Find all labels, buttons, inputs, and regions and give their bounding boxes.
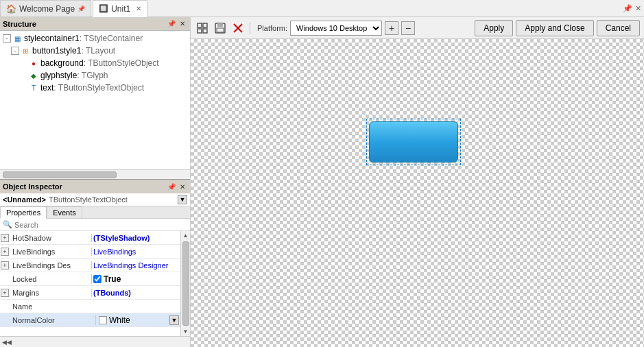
oi-expand-livebindings[interactable]: +: [0, 248, 10, 256]
oi-expand-hotshadow[interactable]: +: [0, 234, 10, 242]
tree-item-background[interactable]: ● background: TButtonStyleObject: [0, 57, 190, 69]
toolbar-remove-platform-btn[interactable]: −: [401, 21, 415, 35]
label-text: text: TButtonStyleTextObject: [40, 83, 144, 93]
oi-key-locked: Locked: [10, 275, 91, 283]
oi-key-livebindingsdes: LiveBindings Des: [10, 261, 91, 270]
oi-expand-margins[interactable]: +: [0, 289, 10, 297]
oi-row-livebindingsdes[interactable]: + LiveBindings Des LiveBindings Designer: [0, 259, 180, 272]
oi-row-normalcolor[interactable]: NormalColor White ▼: [0, 313, 180, 327]
oi-nav-left[interactable]: ◀◀: [0, 339, 14, 346]
toolbar-delete-btn[interactable]: [230, 21, 246, 36]
vscroll-up-arrow[interactable]: ▲: [182, 231, 190, 240]
normalcolor-swatch[interactable]: [99, 316, 107, 324]
toolbar-grid-btn[interactable]: [195, 21, 210, 36]
oi-vscroll[interactable]: ▲ ▼: [180, 231, 190, 336]
main-area: Structure 📌 ✕ - ▦ stylecontainer1: TStyl…: [0, 17, 644, 347]
oi-selector-dropdown[interactable]: ▼: [178, 195, 187, 204]
apply-button[interactable]: Apply: [475, 20, 513, 36]
unit1-tab-icon: 🔲: [99, 4, 108, 13]
oi-search-input[interactable]: [14, 221, 187, 229]
label-stylecontainer1: stylecontainer1: TStyleContainer: [24, 34, 143, 43]
structure-pin-btn[interactable]: 📌: [167, 19, 176, 29]
label-glyphstyle: glyphstyle: TGlyph: [40, 71, 108, 80]
tab-bar: 🏠 Welcome Page 📌 🔲 Unit1 ✕ 📌 ✕: [0, 0, 644, 17]
oi-row-locked: Locked True: [0, 272, 180, 286]
tree-item-glyphstyle[interactable]: ◆ glyphstyle: TGlyph: [0, 69, 190, 82]
oi-pin-btn[interactable]: 📌: [167, 182, 176, 191]
oi-close-btn[interactable]: ✕: [178, 182, 187, 191]
oi-row-name: Name: [0, 300, 180, 313]
tab-welcome[interactable]: 🏠 Welcome Page 📌: [0, 0, 91, 16]
oi-row-hotshadow[interactable]: + HotShadow (TStyleShadow): [0, 231, 180, 245]
oi-tabs: Properties Events: [0, 206, 190, 219]
oi-tab-properties[interactable]: Properties: [0, 206, 47, 219]
oi-row-margins[interactable]: + Margins (TBounds): [0, 286, 180, 300]
window-close-icon[interactable]: ✕: [635, 4, 641, 13]
vscroll-down-arrow[interactable]: ▼: [182, 327, 190, 336]
expander-button1style1[interactable]: -: [11, 47, 19, 55]
icon-button1style1: ⊞: [20, 45, 31, 56]
svg-rect-0: [198, 23, 202, 27]
label-button1style1: button1style1: TLayout: [32, 46, 115, 56]
apply-close-button[interactable]: Apply and Close: [516, 20, 593, 36]
button-preview[interactable]: [369, 121, 458, 163]
oi-val-locked: True: [91, 274, 180, 284]
normalcolor-dropdown-btn[interactable]: ▼: [169, 315, 179, 325]
oi-selected-type: TButtonStyleTextObject: [49, 195, 128, 204]
structure-hscroll[interactable]: [0, 169, 190, 179]
oi-row-livebindings[interactable]: + LiveBindings LiveBindings: [0, 245, 180, 259]
cancel-button[interactable]: Cancel: [597, 20, 640, 36]
icon-stylecontainer1: ▦: [12, 33, 23, 44]
oi-key-hotshadow: HotShadow: [10, 234, 91, 242]
platform-select[interactable]: Windows 10 Desktop macOS iOS Android: [290, 21, 382, 36]
oi-val-hotshadow: (TStyleShadow): [91, 234, 180, 242]
welcome-tab-icon: 🏠: [6, 4, 16, 14]
platform-label: Platform:: [257, 24, 287, 32]
oi-search-bar: 🔍: [0, 219, 190, 231]
tab-bar-controls: 📌 ✕: [623, 0, 644, 16]
left-panel: Structure 📌 ✕ - ▦ stylecontainer1: TStyl…: [0, 17, 191, 347]
canvas-area: Platform: Windows 10 Desktop macOS iOS A…: [191, 17, 644, 347]
welcome-tab-label: Welcome Page: [19, 4, 75, 14]
oi-property-table: + HotShadow (TStyleShadow) + LiveBinding…: [0, 231, 180, 336]
oi-selector: <Unnamed> TButtonStyleTextObject ▼: [0, 193, 190, 206]
unit1-tab-label: Unit1: [111, 4, 130, 14]
tree-item-text[interactable]: T text: TButtonStyleTextObject: [0, 82, 190, 94]
icon-text: T: [28, 82, 39, 93]
structure-panel: Structure 📌 ✕ - ▦ stylecontainer1: TStyl…: [0, 17, 190, 179]
structure-tree[interactable]: - ▦ stylecontainer1: TStyleContainer - ⊞…: [0, 31, 190, 169]
button-selection-border: [366, 119, 461, 165]
canvas-toolbar: Platform: Windows 10 Desktop macOS iOS A…: [191, 17, 644, 39]
oi-val-livebindings: LiveBindings: [91, 248, 180, 256]
oi-expand-livebindingsdes[interactable]: +: [0, 261, 10, 270]
unit1-tab-close[interactable]: ✕: [136, 5, 141, 12]
canvas-viewport[interactable]: [191, 39, 644, 347]
svg-rect-1: [203, 23, 207, 27]
tab-unit1[interactable]: 🔲 Unit1 ✕: [93, 0, 147, 17]
object-inspector: Object Inspector 📌 ✕ <Unnamed> TButtonSt…: [0, 179, 190, 347]
svg-rect-3: [203, 29, 207, 33]
structure-hscroll-thumb: [3, 171, 117, 178]
svg-rect-5: [217, 23, 223, 27]
expander-stylecontainer1[interactable]: -: [3, 34, 11, 43]
structure-header: Structure 📌 ✕: [0, 17, 190, 31]
oi-title: Object Inspector: [3, 182, 62, 191]
toolbar-add-platform-btn[interactable]: +: [385, 21, 398, 35]
toolbar-save-btn[interactable]: [213, 21, 228, 36]
oi-tab-events[interactable]: Events: [47, 206, 82, 218]
icon-glyphstyle: ◆: [28, 70, 39, 81]
oi-key-name: Name: [10, 302, 91, 311]
label-background: background: TButtonStyleObject: [40, 58, 159, 68]
save-icon: [215, 23, 226, 34]
oi-key-margins: Margins: [10, 289, 91, 297]
locked-checkbox[interactable]: [93, 275, 102, 283]
oi-selected-name: <Unnamed>: [3, 195, 46, 204]
structure-controls: 📌 ✕: [167, 19, 187, 29]
oi-key-livebindings: LiveBindings: [10, 248, 91, 256]
tree-item-button1style1[interactable]: - ⊞ button1style1: TLayout: [0, 45, 190, 57]
svg-rect-2: [198, 29, 202, 33]
welcome-tab-pin: 📌: [77, 5, 85, 12]
window-pin-icon[interactable]: 📌: [623, 4, 632, 13]
tree-item-stylecontainer1[interactable]: - ▦ stylecontainer1: TStyleContainer: [0, 32, 190, 45]
structure-close-btn[interactable]: ✕: [178, 19, 187, 29]
